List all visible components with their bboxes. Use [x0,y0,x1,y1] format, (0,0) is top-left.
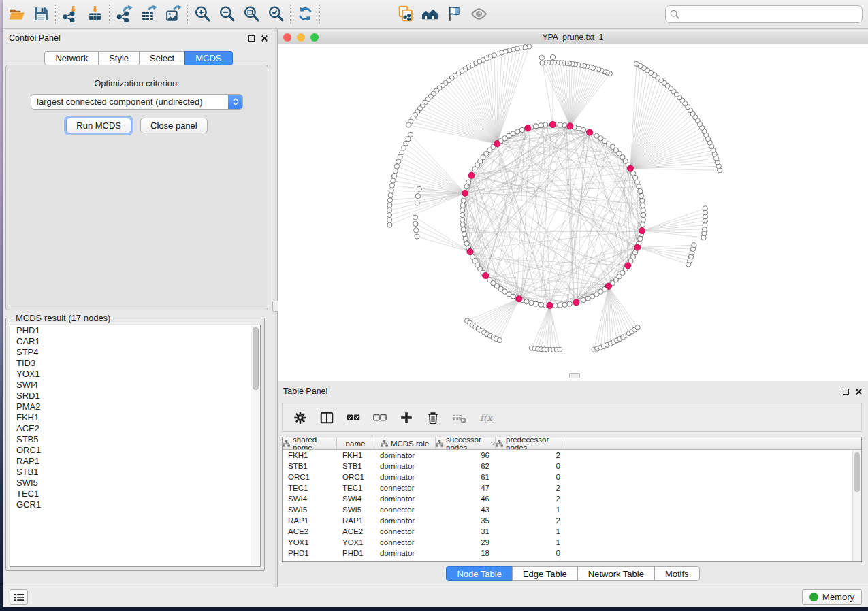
table-cell: dominator [374,461,436,472]
import-table-icon[interactable] [84,4,105,24]
close-table-panel-icon[interactable] [855,388,863,395]
unselect-all-columns-icon[interactable] [372,410,388,426]
mcds-result-list[interactable]: PHD1CAR1STP4TID3YOX1SWI4SRD1PMA2FKH1ACE2… [10,325,261,567]
table-row[interactable]: STB1STB1dominator620 [283,461,861,472]
table-scrollbar[interactable] [852,450,861,561]
table-scroll-thumb[interactable] [854,452,860,492]
tab-network-table[interactable]: Network Table [577,566,655,581]
column-header-name[interactable]: name [337,437,374,449]
toolbar-separator [55,5,56,24]
save-session-icon[interactable] [31,4,51,24]
mcds-result-item[interactable]: ACE2 [10,423,260,434]
export-image-icon[interactable] [163,4,183,24]
mcds-result-item[interactable]: SRD1 [10,391,260,401]
window-maximize-traffic-light[interactable] [310,33,319,42]
table-row[interactable]: FKH1FKH1dominator962 [283,450,861,461]
window-minimize-traffic-light[interactable] [297,33,305,42]
table-cell: 1 [496,526,566,537]
table-cell: PHD1 [337,548,374,559]
table-row[interactable]: ACE2ACE2connector311 [283,526,861,537]
add-column-icon[interactable] [398,410,415,426]
window-close-traffic-light[interactable] [283,33,291,42]
network-window-titlebar[interactable]: YPA_prune.txt_1 [278,31,868,44]
table-settings-icon[interactable] [292,410,308,426]
column-header-MCDS-role[interactable]: MCDS role [374,437,436,449]
export-network-icon[interactable] [114,4,134,24]
mcds-result-item[interactable]: PMA2 [10,401,260,412]
mcds-result-item[interactable]: TEC1 [10,489,260,499]
float-panel-icon[interactable] [248,35,255,42]
mcds-result-item[interactable]: ORC1 [10,445,260,456]
zoom-in-icon[interactable] [192,4,212,24]
mcds-result-item[interactable]: STB1 [10,467,260,478]
toggle-panes-icon[interactable] [319,410,335,426]
result-list-scrollbar[interactable] [251,326,259,565]
float-table-panel-icon[interactable] [843,389,849,395]
table-row[interactable]: SWI5SWI5connector431 [283,504,861,515]
table-cell: ORC1 [283,472,337,482]
delete-columns-icon[interactable] [425,410,441,426]
search-box[interactable] [665,5,863,23]
table-row[interactable]: RAP1RAP1dominator352 [283,515,861,526]
function-builder-icon[interactable]: f(x) [478,410,494,426]
mcds-result-item[interactable]: GCR1 [10,499,260,510]
mcds-result-item[interactable]: FKH1 [10,412,260,423]
zoom-fit-icon[interactable] [241,4,261,24]
cytoscape-window: Control Panel NetworkStyleSelectMCDS Opt… [3,0,868,607]
mcds-result-item[interactable]: CAR1 [10,336,260,347]
tab-select[interactable]: Select [139,51,185,65]
task-history-button[interactable] [10,589,28,605]
mcds-result-item[interactable]: STB5 [10,434,260,445]
tab-mcds[interactable]: MCDS [184,51,232,65]
mcds-result-item[interactable]: YOX1 [10,369,260,380]
mcds-result-item[interactable]: SWI5 [10,478,260,489]
table-cell: 1 [496,537,566,548]
export-table-icon[interactable] [138,4,159,24]
network-canvas[interactable] [278,44,868,381]
table-row[interactable]: SWI4SWI4dominator462 [283,493,861,504]
search-input[interactable] [682,10,858,19]
tab-network[interactable]: Network [44,51,99,65]
tab-edge-table[interactable]: Edge Table [512,566,578,581]
table-row[interactable]: PHD1PHD1dominator180 [283,548,861,559]
node-table-body: FKH1FKH1dominator962STB1STB1dominator620… [283,450,861,559]
delete-table-icon[interactable] [451,410,468,426]
table-cell: STB1 [283,461,337,472]
result-list-scroll-thumb[interactable] [253,327,259,390]
zoom-out-icon[interactable] [216,4,237,24]
horizontal-split-grip[interactable] [569,373,580,378]
close-panel-icon[interactable] [261,35,268,42]
select-all-columns-icon[interactable] [345,410,361,426]
column-header-predecessor-nodes[interactable]: predecessor nodes [496,437,566,449]
mcds-result-item[interactable]: STP4 [10,347,260,358]
table-row[interactable]: YOX1YOX1connector291 [283,537,861,548]
mcds-result-title: MCDS result (17 nodes) [13,313,113,323]
memory-button[interactable]: Memory [802,589,862,605]
node-table[interactable]: shared namenameMCDS rolesuccessor nodesp… [282,437,862,562]
table-row[interactable]: ORC1ORC1dominator610 [283,472,861,482]
table-cell: 1 [496,504,566,515]
column-header-shared-name[interactable]: shared name [283,437,337,449]
criterion-dropdown[interactable]: largest connected component (undirected) [31,94,243,110]
column-header-successor-nodes[interactable]: successor nodes [436,437,496,449]
refresh-icon[interactable] [295,4,315,24]
open-session-icon[interactable] [6,4,27,24]
mcds-result-item[interactable]: RAP1 [10,456,260,467]
table-cell: dominator [374,450,436,461]
import-network-icon[interactable] [60,4,80,24]
table-row[interactable]: TEC1TEC1connector472 [283,482,861,493]
mcds-result-item[interactable]: SWI4 [10,380,260,391]
tab-node-table[interactable]: Node Table [446,566,513,581]
new-network-from-selection-icon[interactable] [395,4,415,24]
tab-style[interactable]: Style [98,51,140,65]
tab-motifs[interactable]: Motifs [654,566,700,581]
mcds-result-item[interactable]: TID3 [10,358,260,369]
run-mcds-button[interactable]: Run MCDS [66,118,131,133]
first-neighbors-icon[interactable] [419,4,440,24]
show-hidden-icon[interactable] [468,4,489,24]
hide-selected-icon[interactable] [444,4,464,24]
mcds-result-item[interactable]: PHD1 [10,325,260,336]
table-cell: 2 [496,450,566,461]
close-panel-button[interactable]: Close panel [140,118,208,133]
zoom-selected-icon[interactable] [266,4,286,24]
